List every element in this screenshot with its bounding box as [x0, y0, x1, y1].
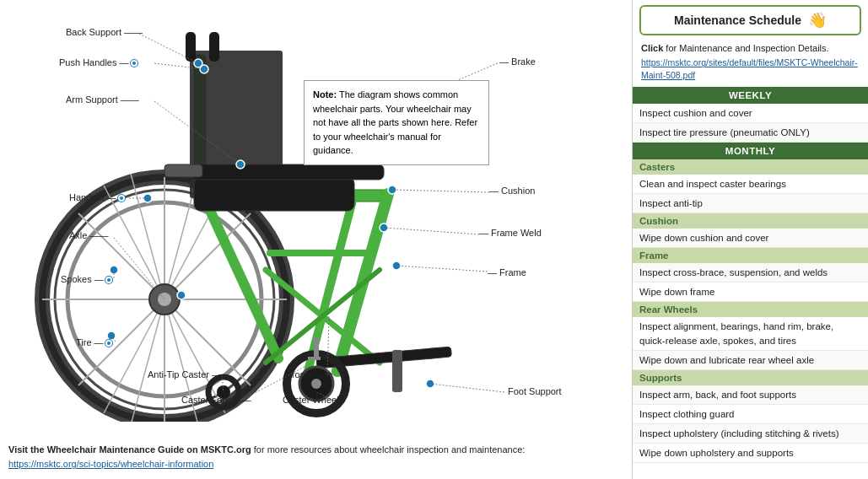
svg-rect-38	[164, 164, 202, 177]
svg-rect-24	[194, 177, 354, 211]
weekly-item-2: Inspect tire pressure (pneumatic ONLY)	[633, 123, 868, 143]
subsection-rear-wheels: Rear Wheels	[633, 302, 868, 317]
label-caster-wheel: Caster Wheel	[283, 395, 339, 405]
click-rest: for Maintenance and Inspection Details.	[666, 43, 828, 53]
label-spokes: Spokes —	[61, 274, 114, 284]
label-brake: — Brake	[499, 57, 536, 67]
svg-rect-26	[186, 32, 196, 62]
rear-wheels-item-1: Inspect alignment, bearings, hand rim, b…	[633, 317, 868, 350]
bottom-text-middle: for more resources about wheelchair insp…	[254, 444, 526, 455]
cushion-item-1: Wipe down cushion and cover	[633, 229, 868, 248]
svg-line-59	[396, 266, 488, 272]
svg-rect-30	[392, 350, 402, 392]
hand-icon: 👋	[808, 11, 827, 30]
svg-point-14	[177, 291, 186, 299]
bottom-text-bold: Visit the Wheelchair Maintenance Guide o…	[8, 444, 251, 455]
label-caster-fork: Caster Fork ——	[181, 395, 251, 405]
section-weekly: WEEKLY	[633, 87, 868, 104]
wheelchair-diagram: Back Support —— Push Handles — Arm Suppo…	[17, 8, 590, 413]
panel-click-text: Click for Maintenance and Inspection Det…	[633, 39, 868, 57]
subsection-casters: Casters	[633, 159, 868, 175]
svg-line-58	[384, 228, 479, 234]
svg-rect-25	[190, 164, 384, 180]
svg-line-53	[114, 238, 164, 299]
section-monthly: MONTHLY	[633, 143, 868, 159]
svg-line-60	[430, 384, 504, 392]
casters-item-2: Inspect anti-tip	[633, 194, 868, 213]
label-frame: — Frame	[488, 267, 526, 277]
wheelchair-svg	[17, 8, 574, 422]
click-bold: Click	[641, 43, 663, 53]
bottom-link[interactable]: https://msktc.org/sci-topics/wheelchair-…	[8, 459, 213, 469]
supports-item-4: Wipe down upholstery and supports	[633, 444, 868, 463]
panel-header: Maintenance Schedule 👋	[639, 5, 861, 35]
supports-item-3: Inspect upholstery (including stitching …	[633, 424, 868, 444]
panel-title: Maintenance Schedule	[674, 13, 801, 27]
svg-rect-27	[209, 32, 219, 62]
label-push-handles: Push Handles —	[59, 57, 139, 67]
label-frame-weld: — Frame Weld	[479, 228, 542, 238]
frame-item-2: Wipe down frame	[633, 283, 868, 302]
note-box: Note: The diagram shows common wheelchai…	[304, 80, 489, 165]
bottom-text: Visit the Wheelchair Maintenance Guide o…	[8, 443, 525, 472]
casters-item-1: Clean and inspect caster bearings	[633, 175, 868, 194]
frame-item-1: Inspect cross-brace, suspension, and wel…	[633, 263, 868, 283]
panel-link[interactable]: https://msktc.org/sites/default/files/MS…	[633, 57, 868, 86]
rear-wheels-item-2: Wipe down and lubricate rear wheel axle	[633, 351, 868, 370]
supports-item-2: Inspect clothing guard	[633, 405, 868, 424]
label-axle: Axle ——	[69, 230, 108, 240]
label-foot-support: Foot Support	[508, 386, 562, 396]
weekly-item-1: Inspect cushion and cover	[633, 104, 868, 123]
svg-point-33	[311, 379, 321, 389]
label-cushion: — Cushion	[489, 186, 535, 196]
subsection-cushion: Cushion	[633, 213, 868, 229]
label-tire: Tire —	[76, 337, 114, 347]
label-arm-support: Arm Support ——	[66, 94, 139, 105]
maintenance-panel: Maintenance Schedule 👋 Click for Mainten…	[632, 0, 868, 479]
label-handrim: Handrim —	[69, 192, 127, 202]
diagram-area: Back Support —— Push Handles — Arm Suppo…	[0, 0, 632, 479]
subsection-supports: Supports	[633, 370, 868, 385]
label-back-support: Back Support ——	[66, 27, 143, 37]
label-anti-tip: Anti-Tip Caster ——	[148, 369, 230, 379]
note-prefix: Note:	[313, 89, 337, 100]
label-crossbrace: Crossbrace	[285, 369, 332, 379]
supports-item-1: Inspect arm, back, and foot supports	[633, 385, 868, 405]
subsection-frame: Frame	[633, 248, 868, 263]
note-text: The diagram shows common wheelchair part…	[313, 89, 477, 155]
svg-line-57	[392, 190, 489, 192]
